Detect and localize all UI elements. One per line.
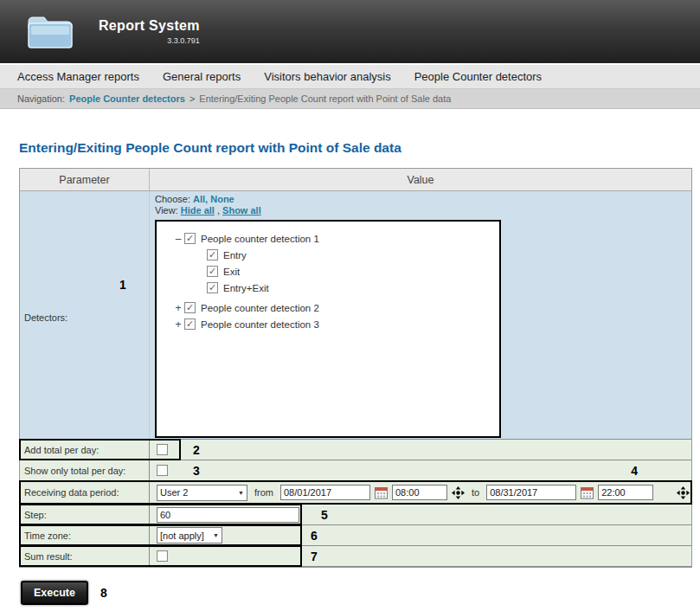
choose-none-link[interactable]: None <box>210 194 234 204</box>
sum-result-checkbox[interactable] <box>157 550 168 562</box>
app-logo-folder-icon <box>26 12 74 52</box>
callout-3: 3 <box>193 464 200 478</box>
step-label: Step: <box>20 505 150 524</box>
page-title: Entering/Exiting People Count report wit… <box>19 140 700 156</box>
breadcrumb-current: Entering/Exiting People Count report wit… <box>199 93 451 104</box>
date-from-input[interactable] <box>280 485 370 500</box>
calendar-icon[interactable] <box>375 486 388 499</box>
tree-item-entry[interactable]: Entry <box>157 247 499 263</box>
callout-4: 4 <box>631 464 638 478</box>
breadcrumb-label: Navigation: <box>17 93 65 104</box>
breadcrumb: Navigation: People Counter detectors > E… <box>0 89 700 109</box>
breadcrumb-link[interactable]: People Counter detectors <box>69 93 185 104</box>
row-step: Step: 5 <box>20 505 691 525</box>
move-icon[interactable] <box>677 486 690 499</box>
choose-separator: , <box>205 194 208 204</box>
column-header-value: Value <box>150 169 691 190</box>
expand-toggle-icon[interactable]: + <box>172 318 184 331</box>
view-label: View: <box>155 205 178 215</box>
main-nav: Access Manager reports General reports V… <box>0 65 700 89</box>
detectors-value-cell: Choose: All, None View: Hide all , Show … <box>150 191 691 439</box>
column-header-parameter: Parameter <box>20 169 150 190</box>
row-detectors: 1 Detectors: Choose: All, None View: Hid… <box>20 191 691 440</box>
hide-all-link[interactable]: Hide all <box>181 205 215 215</box>
time-to-input[interactable] <box>598 485 653 500</box>
tree-item-detection-2[interactable]: + People counter detection 2 <box>157 299 499 316</box>
tree-item-detection-3[interactable]: + People counter detection 3 <box>157 316 499 332</box>
nav-visitors-behavior-analysis[interactable]: Visitors behavior analysis <box>264 70 390 83</box>
user-select-value: User 2 <box>160 487 188 498</box>
date-to-input[interactable] <box>486 485 576 500</box>
dropdown-arrow-icon: ▼ <box>213 532 219 538</box>
expand-toggle-icon[interactable]: + <box>172 302 184 314</box>
parameter-table: Parameter Value 1 Detectors: Choose: All… <box>19 168 692 568</box>
timezone-select-value: [not apply] <box>160 531 204 541</box>
view-separator: , <box>217 205 220 215</box>
row-time-zone: Time zone: [not apply] ▼ 6 <box>20 525 691 546</box>
tree-item-entry-exit[interactable]: Entry+Exit <box>157 280 499 296</box>
entry-checkbox[interactable] <box>207 249 218 260</box>
row-receiving-data-period: Receiving data period: User 2 ▼ from <box>20 481 691 505</box>
callout-1: 1 <box>119 278 126 292</box>
tree-item-label: Exit <box>223 267 240 277</box>
detection-1-checkbox[interactable] <box>184 233 196 244</box>
callout-2: 2 <box>193 443 200 457</box>
app-version: 3.3.0.791 <box>99 36 200 45</box>
detectors-param-cell: 1 Detectors: <box>20 191 150 439</box>
show-all-link[interactable]: Show all <box>222 205 261 215</box>
callout-5: 5 <box>321 508 328 522</box>
app-header: Report System 3.3.0.791 <box>0 0 700 65</box>
tree-item-label: People counter detection 3 <box>201 319 319 330</box>
nav-access-manager-reports[interactable]: Access Manager reports <box>17 70 139 83</box>
show-only-checkbox[interactable] <box>157 465 168 476</box>
tree-item-label: People counter detection 2 <box>201 303 319 313</box>
choose-all-link[interactable]: All <box>193 194 205 204</box>
exit-checkbox[interactable] <box>207 266 218 277</box>
choose-label: Choose: <box>155 194 190 204</box>
show-only-label: Show only total per day: <box>20 460 150 480</box>
from-label: from <box>254 487 273 498</box>
app-title: Report System <box>99 18 200 34</box>
add-total-label: Add total per day: <box>20 440 150 460</box>
tree-item-label: Entry <box>223 250 247 260</box>
step-input[interactable] <box>157 507 299 523</box>
nav-general-reports[interactable]: General reports <box>163 70 241 83</box>
entry-exit-checkbox[interactable] <box>207 282 218 293</box>
detection-3-checkbox[interactable] <box>184 318 196 330</box>
callout-6: 6 <box>311 529 318 543</box>
row-add-total-per-day: Add total per day: 2 <box>20 440 691 460</box>
period-label: Receiving data period: <box>20 481 150 504</box>
to-label: to <box>472 487 479 498</box>
calendar-icon[interactable] <box>581 486 594 499</box>
execute-area: Execute 8 <box>21 581 700 605</box>
tree-item-label: People counter detection 1 <box>201 234 319 244</box>
detectors-label: Detectors: <box>24 312 67 323</box>
move-icon[interactable] <box>452 486 465 499</box>
add-total-checkbox[interactable] <box>157 444 168 455</box>
tree-item-detection-1[interactable]: – People counter detection 1 <box>157 230 499 247</box>
time-from-input[interactable] <box>392 485 447 500</box>
dropdown-arrow-icon: ▼ <box>238 490 244 496</box>
callout-8: 8 <box>100 586 107 600</box>
tree-item-label: Entry+Exit <box>223 283 269 293</box>
breadcrumb-separator: > <box>189 93 195 104</box>
user-select[interactable]: User 2 ▼ <box>157 485 247 501</box>
detection-2-checkbox[interactable] <box>184 302 196 313</box>
collapse-toggle-icon[interactable]: – <box>172 233 184 245</box>
detector-tree: – People counter detection 1 Entry Exit … <box>155 220 501 438</box>
timezone-label: Time zone: <box>20 525 150 545</box>
tree-item-exit[interactable]: Exit <box>157 263 499 280</box>
row-sum-result: Sum result: 7 <box>20 546 691 567</box>
callout-7: 7 <box>311 550 318 563</box>
nav-people-counter-detectors[interactable]: People Counter detectors <box>414 70 542 83</box>
sum-result-label: Sum result: <box>20 546 150 566</box>
table-header-row: Parameter Value <box>20 169 691 191</box>
execute-button[interactable]: Execute <box>21 581 88 605</box>
row-show-only-total-per-day: Show only total per day: 3 4 <box>20 460 691 481</box>
timezone-select[interactable]: [not apply] ▼ <box>157 527 222 543</box>
